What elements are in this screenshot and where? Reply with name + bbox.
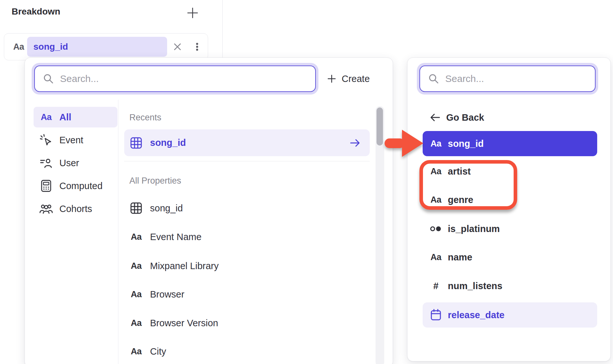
sidebar-item-cohorts[interactable]: Cohorts bbox=[34, 198, 117, 219]
detail-row-label: release_date bbox=[448, 310, 505, 320]
remove-chip-button[interactable] bbox=[172, 41, 183, 52]
detail-row-release-date[interactable]: release_date bbox=[423, 302, 597, 328]
detail-row-song-id[interactable]: Aa song_id bbox=[423, 131, 597, 156]
chip-value-pill[interactable]: song_id bbox=[27, 37, 167, 57]
screenshot-stage: Breakdown Aa song_id Create bbox=[0, 0, 613, 364]
detail-row-label: song_id bbox=[448, 138, 484, 149]
chip-value: song_id bbox=[34, 42, 68, 52]
property-label: Event Name bbox=[150, 232, 202, 242]
sidebar-item-label: Event bbox=[59, 135, 83, 146]
sidebar-item-event[interactable]: Event bbox=[34, 130, 117, 150]
recents-header: Recents bbox=[129, 113, 161, 123]
search-icon bbox=[428, 73, 439, 85]
kebab-icon bbox=[192, 41, 203, 52]
number-type-icon: # bbox=[433, 281, 438, 291]
recent-item-label: song_id bbox=[150, 137, 186, 148]
plus-icon bbox=[327, 74, 337, 84]
detail-row-label: name bbox=[448, 252, 472, 263]
grid-type-icon bbox=[130, 136, 143, 149]
grid-type-icon bbox=[130, 202, 143, 215]
chip-options-button[interactable] bbox=[192, 41, 203, 52]
arrow-left-icon bbox=[429, 112, 441, 123]
breakdown-chip: Aa song_id bbox=[4, 33, 208, 60]
property-row-event-name[interactable]: Aa Event Name bbox=[124, 228, 370, 246]
sidebar-item-label: User bbox=[59, 158, 79, 168]
detail-row-name[interactable]: Aa name bbox=[423, 248, 597, 267]
breakdown-title: Breakdown bbox=[12, 6, 60, 17]
detail-row-label: genre bbox=[448, 195, 473, 205]
property-row-browser-version[interactable]: Aa Browser Version bbox=[124, 314, 370, 332]
property-label: Browser Version bbox=[150, 318, 218, 329]
text-type-icon: Aa bbox=[41, 112, 52, 122]
property-label: Mixpanel Library bbox=[150, 261, 219, 271]
category-sidebar: Aa All Event User Computed bbox=[34, 107, 117, 221]
sidebar-item-user[interactable]: User bbox=[34, 153, 117, 173]
property-picker-panel: Create Aa All Event User bbox=[25, 57, 393, 364]
text-type-icon: Aa bbox=[131, 232, 142, 242]
detail-row-label: is_platinum bbox=[448, 224, 500, 234]
close-icon bbox=[172, 41, 183, 52]
property-row-city[interactable]: Aa City bbox=[124, 342, 370, 361]
create-button[interactable]: Create bbox=[327, 63, 370, 95]
scrollbar-track[interactable] bbox=[376, 106, 384, 364]
sidebar-item-all[interactable]: Aa All bbox=[34, 107, 117, 127]
detail-row-is-platinum[interactable]: is_platinum bbox=[423, 219, 597, 238]
text-type-icon: Aa bbox=[131, 347, 142, 357]
detail-row-artist[interactable]: Aa artist bbox=[423, 162, 597, 181]
right-search-input[interactable] bbox=[445, 73, 562, 84]
text-type-icon: Aa bbox=[430, 252, 441, 262]
calculator-icon bbox=[40, 179, 52, 192]
text-type-icon: Aa bbox=[131, 289, 142, 299]
property-row-song-id[interactable]: song_id bbox=[124, 199, 370, 217]
left-search-field bbox=[34, 66, 316, 92]
text-type-icon: Aa bbox=[131, 261, 142, 271]
sidebar-item-computed[interactable]: Computed bbox=[34, 176, 117, 196]
text-type-icon: Aa bbox=[430, 167, 441, 177]
text-type-icon: Aa bbox=[131, 318, 142, 328]
calendar-type-icon bbox=[430, 308, 442, 321]
text-type-icon: Aa bbox=[13, 42, 24, 52]
recent-item-song-id[interactable]: song_id bbox=[124, 129, 370, 156]
property-detail-panel: Go Back Aa song_id Aa artist Aa genre is… bbox=[407, 57, 611, 361]
sidebar-divider bbox=[118, 100, 118, 364]
arrow-right-icon bbox=[349, 138, 361, 148]
detail-row-genre[interactable]: Aa genre bbox=[423, 190, 597, 209]
sidebar-item-label: Cohorts bbox=[59, 204, 92, 214]
sidebar-item-label: Computed bbox=[59, 181, 103, 191]
right-search-box bbox=[417, 63, 598, 95]
right-search-field bbox=[419, 66, 596, 92]
add-breakdown-button[interactable] bbox=[185, 6, 200, 21]
all-properties-header: All Properties bbox=[129, 176, 181, 186]
section-divider bbox=[124, 161, 370, 161]
text-type-icon: Aa bbox=[430, 195, 441, 205]
property-label: Browser bbox=[150, 289, 184, 300]
property-row-mixpanel-library[interactable]: Aa Mixpanel Library bbox=[124, 257, 370, 275]
left-search-input[interactable] bbox=[60, 73, 251, 84]
event-cursor-icon bbox=[40, 134, 53, 147]
boolean-type-icon bbox=[429, 224, 443, 234]
user-icon bbox=[40, 157, 53, 169]
plus-icon bbox=[186, 6, 200, 20]
left-search-box bbox=[32, 63, 318, 95]
detail-row-label: num_listens bbox=[448, 281, 502, 291]
create-label: Create bbox=[342, 74, 370, 84]
text-type-icon: Aa bbox=[430, 139, 441, 149]
go-back-label: Go Back bbox=[446, 112, 484, 123]
detail-row-num-listens[interactable]: # num_listens bbox=[423, 277, 597, 295]
scrollbar-thumb[interactable] bbox=[377, 107, 383, 146]
sidebar-item-label: All bbox=[59, 112, 71, 123]
property-label: song_id bbox=[150, 203, 183, 214]
cohorts-icon bbox=[39, 203, 53, 215]
go-back-button[interactable]: Go Back bbox=[420, 108, 484, 127]
detail-row-label: artist bbox=[448, 166, 471, 177]
property-row-browser[interactable]: Aa Browser bbox=[124, 285, 370, 304]
search-icon bbox=[43, 73, 54, 85]
property-label: City bbox=[150, 346, 166, 357]
